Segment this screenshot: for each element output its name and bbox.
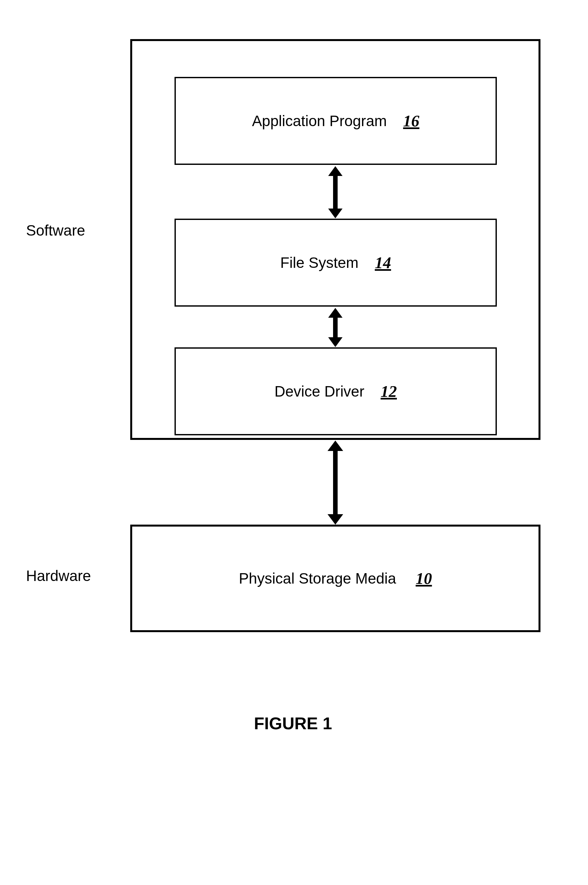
- box-label: Physical Storage Media: [238, 570, 396, 587]
- label-software: Software: [26, 221, 85, 239]
- figure-caption: FIGURE 1: [26, 713, 560, 733]
- box-label: Device Driver: [274, 382, 364, 400]
- arrow-bidirectional-icon: [333, 316, 338, 339]
- box-application-program: Application Program 16: [174, 77, 497, 165]
- ref-number: 16: [403, 111, 419, 130]
- box-device-driver: Device Driver 12: [174, 347, 497, 435]
- software-group-box: Application Program 16 File System 14 De…: [130, 39, 540, 440]
- ref-number: 14: [375, 253, 391, 272]
- arrow-bidirectional-icon: [333, 174, 338, 211]
- arrow-bidirectional-icon: [333, 449, 338, 516]
- box-label: Application Program: [252, 112, 387, 130]
- box-physical-storage: Physical Storage Media 10: [130, 525, 540, 632]
- label-hardware: Hardware: [26, 567, 91, 585]
- box-file-system: File System 14: [174, 219, 497, 307]
- ref-number: 10: [416, 569, 432, 588]
- ref-number: 12: [381, 382, 397, 401]
- box-label: File System: [280, 254, 358, 271]
